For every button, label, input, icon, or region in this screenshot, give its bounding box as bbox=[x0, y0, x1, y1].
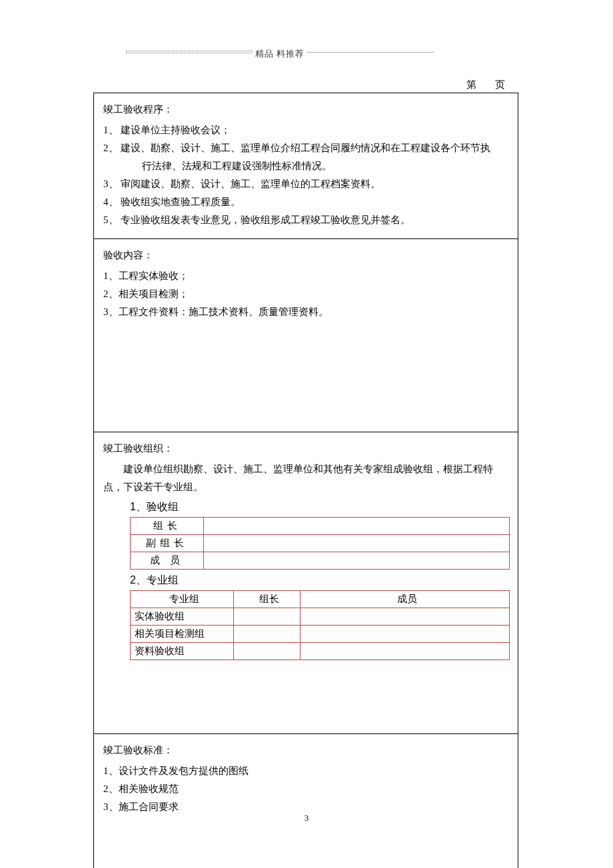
item-number: 2、 bbox=[103, 288, 119, 299]
cell bbox=[234, 625, 301, 642]
row-value bbox=[204, 517, 510, 534]
page-label: 第 页 bbox=[466, 79, 513, 91]
section-title: 竣工验收标准： bbox=[103, 742, 508, 758]
col-header: 成员 bbox=[301, 590, 510, 608]
cell bbox=[301, 642, 510, 659]
cell bbox=[234, 608, 301, 625]
header-text: 精品 料推荐 bbox=[255, 48, 305, 60]
page-number: 3 bbox=[0, 813, 613, 823]
cell bbox=[301, 608, 510, 625]
header-watermark: 精品 料推荐 bbox=[123, 48, 436, 60]
section-procedure: 竣工验收程序： 1、 建设单位主持验收会议； 2、 建设、勘察、设计、施工、监理… bbox=[94, 93, 518, 239]
cell: 实体验收组 bbox=[131, 608, 234, 625]
item-number: 5、 bbox=[103, 211, 119, 229]
table-row: 相关项目检测组 bbox=[131, 625, 510, 642]
section-title: 竣工验收程序： bbox=[103, 101, 508, 117]
item-number: 3、 bbox=[103, 801, 119, 812]
item-text: 建设单位主持验收会议； bbox=[121, 125, 231, 135]
item-text: 审阅建设、勘察、设计、施工、监理单位的工程档案资料。 bbox=[121, 179, 380, 189]
list-item: 3、工程文件资料：施工技术资料、质量管理资料。 bbox=[103, 303, 508, 321]
item-text: 相关验收规范 bbox=[119, 783, 179, 794]
section-content: 验收内容： 1、工程实体验收； 2、相关项目检测； 3、工程文件资料：施工技术资… bbox=[94, 239, 518, 432]
list-item: 4、 验收组实地查验工程质量。 bbox=[103, 193, 508, 211]
list-item: 1、工程实体验收； bbox=[103, 267, 508, 285]
row-label: 成 员 bbox=[131, 552, 204, 569]
list-item: 2、相关验收规范 bbox=[103, 780, 508, 798]
cell: 资料验收组 bbox=[131, 642, 234, 659]
item-number: 1、 bbox=[103, 765, 119, 776]
section-organization: 竣工验收组织： 建设单位组织勘察、设计、施工、监理单位和其他有关专家组成验收组，… bbox=[94, 432, 518, 734]
col-header: 专业组 bbox=[131, 590, 234, 608]
list-item: 3、 审阅建设、勘察、设计、施工、监理单位的工程档案资料。 bbox=[103, 175, 508, 193]
item-text: 专业验收组发表专业意见，验收组形成工程竣工验收意见并签名。 bbox=[121, 215, 410, 225]
item-text: 施工合同要求 bbox=[119, 801, 179, 812]
item-number: 1、 bbox=[103, 270, 119, 281]
row-label: 副组长 bbox=[131, 534, 204, 552]
specialty-group-table: 专业组 组长 成员 实体验收组 相关项目检测组 资料验收组 bbox=[130, 590, 510, 660]
table-row: 副组长 bbox=[131, 534, 510, 552]
table-title-1: 1、验收组 bbox=[103, 498, 508, 517]
main-content-box: 竣工验收程序： 1、 建设单位主持验收会议； 2、 建设、勘察、设计、施工、监理… bbox=[93, 93, 518, 868]
item-text: 工程实体验收； bbox=[119, 270, 189, 281]
item-text: 建设、勘察、设计、施工、监理单位介绍工程合同履约情况和在工程建设各个环节执 bbox=[121, 143, 490, 153]
table-row: 实体验收组 bbox=[131, 608, 510, 625]
item-text: 验收组实地查验工程质量。 bbox=[121, 197, 241, 207]
row-label: 组长 bbox=[131, 517, 204, 534]
item-number: 2、 bbox=[103, 139, 119, 157]
item-text-cont: 行法律、法规和工程建设强制性标准情况。 bbox=[142, 161, 332, 171]
section-title: 验收内容： bbox=[103, 247, 508, 263]
paragraph-continuation: 点，下设若干专业组。 bbox=[103, 478, 508, 496]
item-number: 3、 bbox=[103, 306, 119, 317]
section-standards: 竣工验收标准： 1、设计文件及发包方提供的图纸 2、相关验收规范 3、施工合同要… bbox=[94, 734, 518, 868]
list-item: 2、 建设、勘察、设计、施工、监理单位介绍工程合同履约情况和在工程建设各个环节执 bbox=[103, 139, 508, 157]
header-rule-right bbox=[307, 52, 434, 53]
row-value bbox=[204, 534, 510, 552]
table-row: 资料验收组 bbox=[131, 642, 510, 659]
section-title: 竣工验收组织： bbox=[103, 440, 508, 456]
row-value bbox=[204, 552, 510, 569]
list-item: 2、相关项目检测； bbox=[103, 285, 508, 303]
spacer bbox=[103, 660, 508, 720]
item-number: 4、 bbox=[103, 193, 119, 211]
item-text: 设计文件及发包方提供的图纸 bbox=[119, 765, 249, 776]
cell bbox=[301, 625, 510, 642]
item-number: 3、 bbox=[103, 175, 119, 193]
header-rule-left bbox=[126, 51, 253, 53]
acceptance-group-table: 组长 副组长 成 员 bbox=[130, 517, 510, 570]
paragraph: 建设单位组织勘察、设计、施工、监理单位和其他有关专家组成验收组，根据工程特 bbox=[103, 460, 508, 478]
item-number: 1、 bbox=[103, 121, 119, 139]
col-header: 组长 bbox=[234, 590, 301, 608]
cell bbox=[234, 642, 301, 659]
table-title-2: 2、专业组 bbox=[103, 571, 508, 590]
list-item: 1、设计文件及发包方提供的图纸 bbox=[103, 762, 508, 780]
table-row: 成 员 bbox=[131, 552, 510, 569]
item-text: 工程文件资料：施工技术资料、质量管理资料。 bbox=[119, 306, 328, 317]
item-number: 2、 bbox=[103, 783, 119, 794]
table-row: 组长 bbox=[131, 517, 510, 534]
item-text: 相关项目检测； bbox=[119, 288, 189, 299]
list-item-continuation: 行法律、法规和工程建设强制性标准情况。 bbox=[103, 157, 508, 175]
cell: 相关项目检测组 bbox=[131, 625, 234, 642]
list-item: 1、 建设单位主持验收会议； bbox=[103, 121, 508, 139]
list-item: 5、 专业验收组发表专业意见，验收组形成工程竣工验收意见并签名。 bbox=[103, 211, 508, 229]
table-header-row: 专业组 组长 成员 bbox=[131, 590, 510, 608]
